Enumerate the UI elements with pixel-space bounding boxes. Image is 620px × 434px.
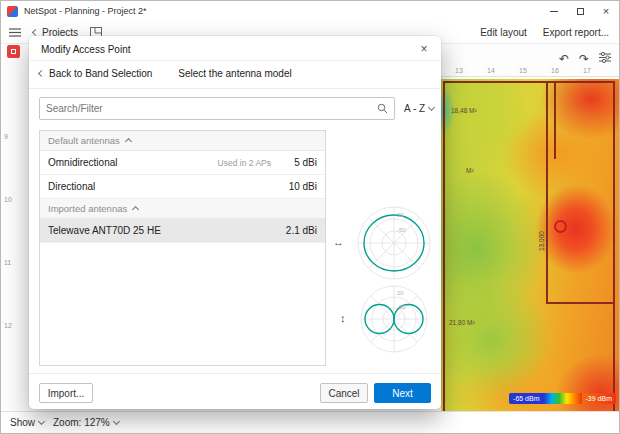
- dialog-close-button[interactable]: ×: [415, 40, 433, 58]
- divider: [29, 88, 441, 89]
- dialog-subtitle: Select the antenna model: [29, 68, 441, 79]
- floor-area-label: M²: [466, 167, 474, 174]
- modify-access-point-dialog: Modify Access Point × Back to Band Selec…: [29, 36, 441, 409]
- list-item-telewave[interactable]: Telewave ANT70D 25 HE 2.1 dBi: [40, 219, 325, 243]
- dialog-title: Modify Access Point: [41, 44, 130, 55]
- section-imported-antennas[interactable]: Imported antennas: [40, 199, 325, 219]
- horizontal-pattern-plot: 20 -50: [349, 204, 439, 282]
- ruler-number: 17: [583, 67, 591, 74]
- hamburger-icon: [9, 28, 21, 37]
- antenna-name: Omnidirectional: [48, 157, 218, 168]
- ruler-number: 13: [455, 67, 463, 74]
- export-report-button[interactable]: Export report...: [543, 27, 609, 38]
- redo-button[interactable]: ↷: [579, 52, 589, 66]
- zoom-dropdown[interactable]: Zoom: 127%: [53, 417, 119, 428]
- wall: [443, 81, 615, 83]
- horizontal-axis-arrow: ↔: [333, 236, 344, 248]
- floor-area-label: 21,80 M²: [449, 319, 475, 326]
- chevron-down-icon: [113, 418, 120, 425]
- visualization-mode-button[interactable]: [7, 45, 20, 58]
- ring-label: -50: [397, 304, 406, 310]
- antenna-name: Telewave ANT70D 25 HE: [48, 225, 271, 236]
- search-input[interactable]: [40, 103, 377, 114]
- undo-button[interactable]: ↶: [559, 52, 569, 66]
- app-logo-icon: [7, 6, 18, 17]
- titlebar: NetSpot - Planning - Project 2* ×: [1, 1, 619, 21]
- edit-layout-button[interactable]: Edit layout: [480, 27, 527, 38]
- chevron-up-icon: [132, 206, 139, 213]
- menu-button[interactable]: [9, 28, 21, 37]
- sliders-icon: [599, 52, 611, 63]
- zoom-label: Zoom: 127%: [53, 417, 110, 428]
- search-icon: [377, 103, 388, 114]
- divider: [29, 373, 441, 374]
- antenna-list: Default antennas Omnidirectional Used in…: [39, 130, 326, 366]
- ring-label: 20: [397, 290, 404, 296]
- antenna-gain: 5 dBi: [281, 157, 317, 168]
- maximize-button[interactable]: [567, 1, 593, 21]
- section-default-antennas[interactable]: Default antennas: [40, 131, 325, 151]
- window-title: NetSpot - Planning - Project 2*: [24, 6, 147, 16]
- show-label: Show: [10, 417, 35, 428]
- signal-legend: -65 dBm -39 dBm: [509, 393, 616, 404]
- chevron-down-icon: [428, 104, 435, 111]
- ruler-number: 14: [487, 67, 495, 74]
- show-dropdown[interactable]: Show: [10, 417, 44, 428]
- ruler-number: 10: [4, 196, 12, 203]
- sort-dropdown[interactable]: A - Z: [404, 97, 434, 120]
- section-label: Imported antennas: [48, 203, 127, 214]
- floor-area-label: 18,48 M²: [451, 107, 477, 114]
- window-controls: ×: [541, 1, 619, 21]
- map-tools: ↶ ↷: [559, 52, 611, 66]
- toolbar-right: Edit layout Export report...: [480, 27, 619, 38]
- wall: [554, 81, 556, 159]
- antenna-gain: 2.1 dBi: [281, 225, 317, 236]
- legend-min-label: -65 dBm: [509, 393, 543, 404]
- legend-max-label: -39 dBm: [582, 393, 616, 404]
- ruler-number: 11: [4, 259, 11, 266]
- heatmap-mode-icon: [11, 49, 16, 54]
- chevron-down-icon: [38, 418, 45, 425]
- next-button[interactable]: Next: [374, 383, 431, 403]
- app-window: NetSpot - Planning - Project 2* × Projec…: [0, 0, 620, 434]
- list-item-omnidirectional[interactable]: Omnidirectional Used in 2 APs 5 dBi: [40, 151, 325, 175]
- list-item-directional[interactable]: Directional 10 dBi: [40, 175, 325, 199]
- ruler-number: 12: [4, 322, 12, 329]
- undo-icon: ↶: [559, 52, 569, 66]
- legend-gradient: [544, 393, 582, 404]
- vertical-ruler: 9 10 11 12: [1, 79, 15, 411]
- wall: [546, 302, 615, 304]
- wall: [546, 81, 548, 304]
- chevron-left-icon: [32, 28, 39, 35]
- section-label: Default antennas: [48, 135, 120, 146]
- vertical-pattern-plot: 20 -50: [349, 283, 439, 355]
- import-button[interactable]: Import...: [39, 383, 93, 403]
- minimize-icon: [550, 11, 558, 12]
- chevron-up-icon: [125, 138, 132, 145]
- close-icon: ×: [420, 42, 427, 56]
- redo-icon: ↷: [579, 52, 589, 66]
- ruler-number: 9: [4, 133, 8, 140]
- antenna-name: Directional: [48, 181, 271, 192]
- signal-heatmap[interactable]: 18,48 M² M² 13.000 21,80 M²: [441, 79, 619, 411]
- ring-label: -50: [397, 227, 406, 233]
- minimize-button[interactable]: [541, 1, 567, 21]
- cancel-button[interactable]: Cancel: [320, 383, 368, 403]
- antenna-gain: 10 dBi: [281, 181, 317, 192]
- ring-label: 20: [397, 212, 404, 218]
- statusbar: Show Zoom: 127%: [1, 411, 619, 433]
- ruler-number: 15: [519, 67, 527, 74]
- close-button[interactable]: ×: [593, 1, 619, 21]
- close-icon: ×: [603, 5, 609, 17]
- wall: [613, 81, 615, 411]
- divider: [29, 60, 441, 61]
- maximize-icon: [577, 8, 584, 15]
- wall: [443, 81, 445, 411]
- access-point-marker[interactable]: [554, 220, 567, 233]
- dimension-label: 13.000: [538, 231, 545, 251]
- vertical-axis-arrow: ↕: [340, 312, 346, 324]
- ruler-number: 16: [551, 67, 559, 74]
- adjustments-button[interactable]: [599, 52, 611, 66]
- sort-label: A - Z: [404, 103, 425, 114]
- antenna-usage: Used in 2 APs: [218, 158, 271, 168]
